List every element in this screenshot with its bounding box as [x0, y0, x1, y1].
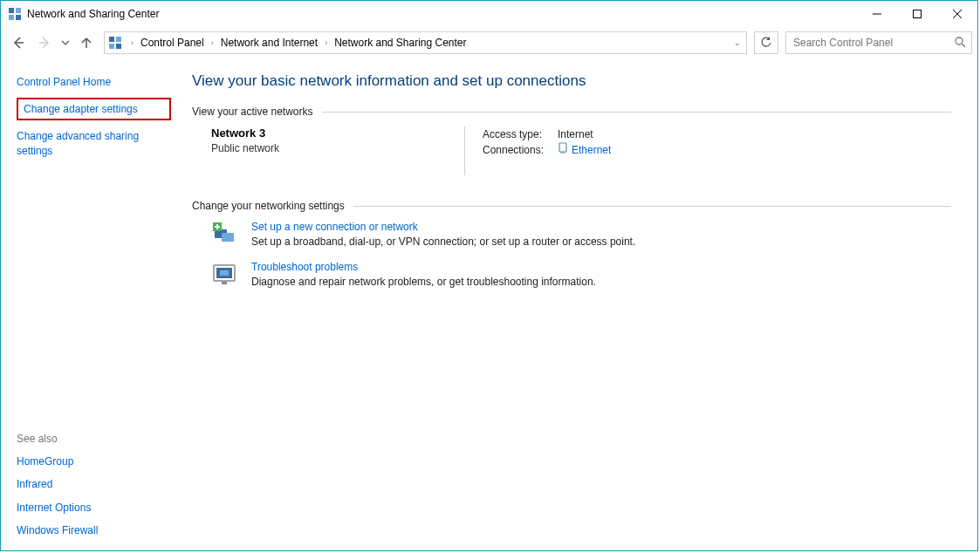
recent-locations-button[interactable]: [58, 31, 72, 55]
see-also-label: See also: [17, 433, 171, 445]
svg-rect-1: [16, 8, 21, 13]
network-type: Public network: [211, 142, 447, 154]
maximize-button[interactable]: [897, 1, 937, 27]
breadcrumb-item[interactable]: Control Panel: [139, 37, 206, 49]
forward-button[interactable]: [32, 31, 57, 55]
svg-rect-11: [116, 37, 121, 42]
divider: [322, 112, 951, 113]
svg-rect-13: [116, 44, 121, 49]
svg-line-15: [962, 44, 965, 47]
svg-rect-2: [9, 15, 14, 20]
breadcrumb-item[interactable]: Network and Internet: [219, 37, 319, 49]
troubleshoot-desc: Diagnose and repair network problems, or…: [251, 276, 596, 288]
network-name: Network 3: [211, 126, 447, 140]
minimize-button[interactable]: [857, 1, 897, 27]
app-icon: [8, 7, 22, 21]
chevron-right-icon[interactable]: ›: [321, 38, 331, 47]
svg-rect-3: [16, 15, 21, 20]
ethernet-link-text: Ethernet: [572, 144, 611, 156]
breadcrumb-item[interactable]: Network and Sharing Center: [332, 37, 468, 49]
setup-connection-icon: [211, 221, 239, 249]
sidebar-see-also-windows-firewall[interactable]: Windows Firewall: [17, 523, 171, 537]
access-type-value: Internet: [558, 128, 593, 140]
svg-rect-12: [109, 44, 114, 49]
search-input[interactable]: [792, 36, 935, 50]
sidebar-see-also-homegroup[interactable]: HomeGroup: [17, 454, 171, 468]
sidebar-see-also-internet-options[interactable]: Internet Options: [17, 501, 171, 515]
chevron-right-icon[interactable]: ›: [127, 38, 137, 47]
change-settings-header: Change your networking settings: [192, 200, 353, 212]
search-icon[interactable]: [954, 36, 966, 51]
svg-rect-27: [220, 270, 229, 276]
sidebar-change-advanced-sharing[interactable]: Change advanced sharing settings: [17, 129, 171, 157]
page-title: View your basic network information and …: [192, 72, 951, 90]
refresh-button[interactable]: [754, 31, 778, 54]
troubleshoot-link[interactable]: Troubleshoot problems: [251, 261, 358, 273]
location-icon: [108, 36, 122, 50]
svg-rect-5: [914, 10, 922, 18]
sidebar-control-panel-home[interactable]: Control Panel Home: [17, 75, 171, 89]
active-networks-header: View your active networks: [192, 106, 322, 118]
chevron-right-icon[interactable]: ›: [208, 38, 217, 47]
setup-connection-link[interactable]: Set up a new connection or network: [251, 221, 418, 233]
up-button[interactable]: [74, 31, 99, 55]
titlebar: Network and Sharing Center: [1, 1, 977, 27]
svg-rect-10: [109, 37, 114, 42]
ethernet-icon: [558, 142, 568, 157]
svg-rect-16: [559, 143, 566, 152]
svg-rect-0: [9, 8, 14, 13]
navbar: › Control Panel › Network and Internet ›…: [1, 27, 977, 58]
access-type-label: Access type:: [483, 128, 558, 140]
window-title: Network and Sharing Center: [27, 8, 857, 20]
breadcrumb[interactable]: › Control Panel › Network and Internet ›…: [104, 31, 747, 54]
ethernet-link[interactable]: Ethernet: [558, 142, 611, 157]
main-content: View your basic network information and …: [180, 58, 977, 550]
sidebar-change-adapter-settings[interactable]: Change adapter settings: [17, 98, 171, 120]
back-button[interactable]: [6, 31, 31, 55]
vertical-divider: [464, 126, 465, 175]
sidebar: Control Panel Home Change adapter settin…: [1, 58, 180, 550]
chevron-down-icon[interactable]: ⌄: [734, 38, 741, 47]
sidebar-see-also-infrared[interactable]: Infrared: [17, 477, 171, 491]
svg-rect-21: [222, 233, 234, 242]
setup-connection-desc: Set up a broadband, dial-up, or VPN conn…: [251, 236, 635, 248]
svg-rect-28: [222, 282, 227, 284]
troubleshoot-icon: [211, 261, 239, 289]
close-button[interactable]: [937, 1, 977, 27]
connections-label: Connections:: [483, 144, 558, 156]
divider: [353, 206, 951, 207]
search-box[interactable]: [785, 31, 972, 54]
svg-point-14: [956, 38, 963, 44]
